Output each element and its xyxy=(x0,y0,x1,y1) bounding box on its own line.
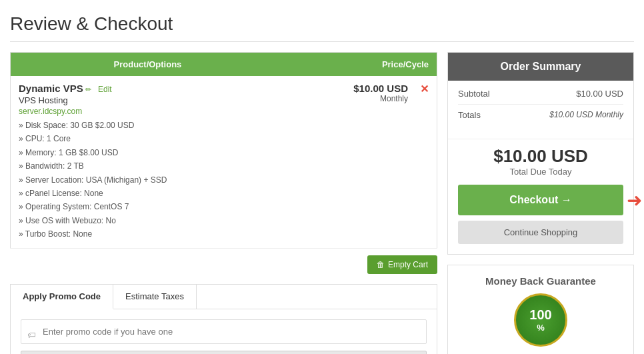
tab-promo-code[interactable]: Apply Promo Code xyxy=(11,285,113,309)
arrow-indicator: ➜ xyxy=(627,189,642,211)
checkout-button[interactable]: Checkout → xyxy=(458,185,623,215)
order-summary-body: Subtotal $10.00 USD Totals $10.00 USD Mo… xyxy=(448,81,633,139)
total-due-label: Total Due Today xyxy=(458,167,623,177)
product-specs: » Disk Space: 30 GB $2.00 USD » CPU: 1 C… xyxy=(19,119,277,241)
edit-link[interactable]: Edit xyxy=(98,85,112,94)
spec-turbo: » Turbo Boost: None xyxy=(19,227,277,241)
spec-disk: » Disk Space: 30 GB $2.00 USD xyxy=(19,119,277,132)
product-column-header: Product/Options xyxy=(11,53,285,77)
product-name: Dynamic VPS xyxy=(19,83,83,94)
remove-item-button[interactable]: ✕ xyxy=(420,83,429,95)
spec-cpu: » CPU: 1 Core xyxy=(19,132,277,145)
spec-bandwidth: » Bandwidth: 2 TB xyxy=(19,159,277,173)
totals-label: Totals xyxy=(458,110,481,120)
page-title: Review & Checkout xyxy=(10,13,634,42)
product-price: $10.00 USD xyxy=(353,83,408,94)
subtotal-label: Subtotal xyxy=(458,89,490,99)
totals-value: $10.00 USD Monthly xyxy=(549,110,623,120)
money-back-title: Money Back Guarantee xyxy=(458,275,623,287)
order-summary-title: Order Summary xyxy=(448,53,633,81)
promo-code-input[interactable] xyxy=(21,319,427,344)
price-cell: $10.00 USD Monthly ✕ xyxy=(285,76,437,248)
trash-icon: 🗑 xyxy=(377,260,385,269)
cart-row: Dynamic VPS ✏ Edit VPS Hosting server.id… xyxy=(11,76,437,248)
money-back-badge: 100 % xyxy=(514,293,567,347)
empty-cart-label: Empty Cart xyxy=(388,260,428,269)
checkout-btn-wrapper: Checkout → ➜ xyxy=(458,185,623,215)
order-summary-card: Order Summary Subtotal $10.00 USD Totals… xyxy=(447,52,634,255)
subtotal-value: $10.00 USD xyxy=(576,89,623,99)
badge-percent: % xyxy=(537,323,545,333)
validate-code-button[interactable]: Validate Code xyxy=(21,351,427,354)
continue-shopping-button[interactable]: Continue Shopping xyxy=(458,221,623,244)
product-details-cell: Dynamic VPS ✏ Edit VPS Hosting server.id… xyxy=(11,76,285,248)
tab-content-promo: 🏷 Validate Code xyxy=(11,309,437,354)
product-server: server.idcspy.com xyxy=(19,107,277,116)
summary-total-section: $10.00 USD Total Due Today Checkout → ➜ … xyxy=(448,139,633,254)
money-back-card: Money Back Guarantee 100 % xyxy=(447,265,634,354)
product-cycle: Monthly xyxy=(353,94,408,103)
empty-cart-row: 🗑 Empty Cart xyxy=(10,255,437,274)
total-due-amount: $10.00 USD xyxy=(458,146,623,167)
edit-icon: ✏ xyxy=(85,85,91,93)
spec-cpanel: » cPanel License: None xyxy=(19,187,277,200)
left-panel: Product/Options Price/Cycle Dynamic VPS … xyxy=(10,52,437,354)
tabs-header: Apply Promo Code Estimate Taxes xyxy=(11,285,437,309)
spec-os: » Operating System: CentOS 7 xyxy=(19,200,277,213)
tab-estimate-taxes[interactable]: Estimate Taxes xyxy=(113,285,197,309)
cart-table: Product/Options Price/Cycle Dynamic VPS … xyxy=(10,52,437,249)
summary-totals-row: Totals $10.00 USD Monthly xyxy=(458,110,623,125)
badge-100: 100 xyxy=(529,307,551,323)
tabs-container: Apply Promo Code Estimate Taxes 🏷 Valida… xyxy=(10,284,437,354)
promo-tag-icon: 🏷 xyxy=(27,330,36,340)
summary-subtotal-row: Subtotal $10.00 USD xyxy=(458,89,623,105)
spec-location: » Server Location: USA (Michigan) + SSD xyxy=(19,173,277,187)
product-subtype: VPS Hosting xyxy=(19,95,277,105)
spec-webuzo: » Use OS with Webuzo: No xyxy=(19,214,277,227)
spec-memory: » Memory: 1 GB $8.00 USD xyxy=(19,146,277,159)
right-panel: Order Summary Subtotal $10.00 USD Totals… xyxy=(447,52,634,354)
price-column-header: Price/Cycle xyxy=(285,53,437,77)
empty-cart-button[interactable]: 🗑 Empty Cart xyxy=(367,255,437,274)
